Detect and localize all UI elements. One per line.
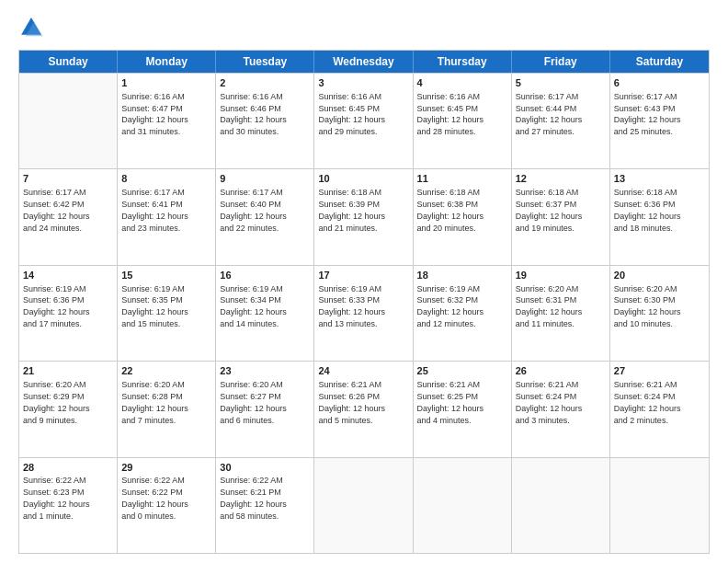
day-number: 9 — [220, 172, 310, 186]
cell-info: Sunrise: 6:19 AMSunset: 6:35 PMDaylight:… — [121, 284, 188, 328]
cal-cell: 19Sunrise: 6:20 AMSunset: 6:31 PMDayligh… — [512, 266, 610, 361]
cell-info: Sunrise: 6:17 AMSunset: 6:44 PMDaylight:… — [516, 92, 583, 136]
cell-info: Sunrise: 6:16 AMSunset: 6:45 PMDaylight:… — [417, 92, 484, 136]
day-number: 19 — [516, 269, 606, 282]
week-row-2: 7Sunrise: 6:17 AMSunset: 6:42 PMDaylight… — [19, 168, 709, 264]
cal-cell: 2Sunrise: 6:16 AMSunset: 6:46 PMDaylight… — [216, 74, 314, 168]
cell-info: Sunrise: 6:20 AMSunset: 6:31 PMDaylight:… — [516, 284, 583, 328]
cal-cell: 12Sunrise: 6:18 AMSunset: 6:37 PMDayligh… — [512, 169, 610, 264]
week-row-3: 14Sunrise: 6:19 AMSunset: 6:36 PMDayligh… — [19, 265, 709, 361]
day-number: 5 — [516, 76, 606, 90]
cell-info: Sunrise: 6:16 AMSunset: 6:47 PMDaylight:… — [121, 92, 188, 136]
week-row-4: 21Sunrise: 6:20 AMSunset: 6:29 PMDayligh… — [19, 361, 709, 456]
cal-cell: 8Sunrise: 6:17 AMSunset: 6:41 PMDaylight… — [118, 169, 216, 264]
cal-cell: 6Sunrise: 6:17 AMSunset: 6:43 PMDaylight… — [610, 74, 709, 168]
cal-cell — [610, 458, 709, 553]
cal-cell: 21Sunrise: 6:20 AMSunset: 6:29 PMDayligh… — [19, 362, 118, 456]
cal-cell — [512, 458, 610, 553]
cell-info: Sunrise: 6:20 AMSunset: 6:30 PMDaylight:… — [614, 284, 681, 328]
day-number: 24 — [318, 364, 408, 378]
cell-info: Sunrise: 6:18 AMSunset: 6:38 PMDaylight:… — [417, 188, 484, 232]
cell-info: Sunrise: 6:20 AMSunset: 6:29 PMDaylight:… — [23, 380, 90, 424]
day-header-monday: Monday — [118, 51, 216, 73]
day-header-tuesday: Tuesday — [216, 51, 314, 73]
calendar-header: SundayMondayTuesdayWednesdayThursdayFrid… — [19, 51, 709, 73]
day-header-thursday: Thursday — [414, 51, 512, 73]
cell-info: Sunrise: 6:21 AMSunset: 6:26 PMDaylight:… — [318, 380, 385, 424]
cal-cell: 3Sunrise: 6:16 AMSunset: 6:45 PMDaylight… — [314, 74, 413, 168]
day-number: 18 — [417, 269, 507, 282]
day-number: 16 — [220, 269, 310, 282]
day-number: 25 — [417, 364, 507, 378]
calendar-body: 1Sunrise: 6:16 AMSunset: 6:47 PMDaylight… — [19, 73, 709, 553]
cal-cell: 22Sunrise: 6:20 AMSunset: 6:28 PMDayligh… — [118, 362, 216, 456]
week-row-5: 28Sunrise: 6:22 AMSunset: 6:23 PMDayligh… — [19, 457, 709, 553]
cal-cell: 11Sunrise: 6:18 AMSunset: 6:38 PMDayligh… — [414, 169, 512, 264]
day-number: 23 — [220, 364, 310, 378]
logo — [18, 15, 48, 40]
day-header-friday: Friday — [512, 51, 610, 73]
cal-cell: 16Sunrise: 6:19 AMSunset: 6:34 PMDayligh… — [216, 266, 314, 361]
cell-info: Sunrise: 6:21 AMSunset: 6:24 PMDaylight:… — [614, 380, 681, 424]
cal-cell: 15Sunrise: 6:19 AMSunset: 6:35 PMDayligh… — [118, 266, 216, 361]
cell-info: Sunrise: 6:20 AMSunset: 6:28 PMDaylight:… — [121, 380, 188, 424]
cal-cell: 17Sunrise: 6:19 AMSunset: 6:33 PMDayligh… — [314, 266, 413, 361]
cell-info: Sunrise: 6:20 AMSunset: 6:27 PMDaylight:… — [220, 380, 287, 424]
cell-info: Sunrise: 6:17 AMSunset: 6:43 PMDaylight:… — [614, 92, 681, 136]
cal-cell: 20Sunrise: 6:20 AMSunset: 6:30 PMDayligh… — [610, 266, 709, 361]
day-number: 22 — [121, 364, 211, 378]
cal-cell: 9Sunrise: 6:17 AMSunset: 6:40 PMDaylight… — [216, 169, 314, 264]
cell-info: Sunrise: 6:21 AMSunset: 6:25 PMDaylight:… — [417, 380, 484, 424]
day-number: 10 — [318, 172, 408, 186]
cal-cell: 30Sunrise: 6:22 AMSunset: 6:21 PMDayligh… — [216, 458, 314, 553]
cal-cell: 13Sunrise: 6:18 AMSunset: 6:36 PMDayligh… — [610, 169, 709, 264]
cell-info: Sunrise: 6:17 AMSunset: 6:40 PMDaylight:… — [220, 188, 287, 232]
day-number: 4 — [417, 76, 507, 90]
cell-info: Sunrise: 6:18 AMSunset: 6:39 PMDaylight:… — [318, 188, 385, 232]
cal-cell — [19, 74, 118, 168]
day-number: 14 — [23, 269, 113, 282]
cal-cell: 28Sunrise: 6:22 AMSunset: 6:23 PMDayligh… — [19, 458, 118, 553]
cell-info: Sunrise: 6:17 AMSunset: 6:41 PMDaylight:… — [121, 188, 188, 232]
cal-cell: 18Sunrise: 6:19 AMSunset: 6:32 PMDayligh… — [414, 266, 512, 361]
cal-cell: 23Sunrise: 6:20 AMSunset: 6:27 PMDayligh… — [216, 362, 314, 456]
day-number: 30 — [220, 461, 310, 475]
day-number: 21 — [23, 364, 113, 378]
day-number: 28 — [23, 461, 113, 475]
day-number: 13 — [614, 172, 705, 186]
cal-cell: 7Sunrise: 6:17 AMSunset: 6:42 PMDaylight… — [19, 169, 118, 264]
cell-info: Sunrise: 6:22 AMSunset: 6:22 PMDaylight:… — [121, 476, 188, 520]
day-header-sunday: Sunday — [19, 51, 118, 73]
day-header-wednesday: Wednesday — [314, 51, 413, 73]
cell-info: Sunrise: 6:16 AMSunset: 6:46 PMDaylight:… — [220, 92, 287, 136]
cal-cell: 27Sunrise: 6:21 AMSunset: 6:24 PMDayligh… — [610, 362, 709, 456]
day-number: 27 — [614, 364, 705, 378]
week-row-1: 1Sunrise: 6:16 AMSunset: 6:47 PMDaylight… — [19, 73, 709, 168]
cal-cell: 24Sunrise: 6:21 AMSunset: 6:26 PMDayligh… — [314, 362, 413, 456]
cell-info: Sunrise: 6:17 AMSunset: 6:42 PMDaylight:… — [23, 188, 90, 232]
cal-cell: 25Sunrise: 6:21 AMSunset: 6:25 PMDayligh… — [414, 362, 512, 456]
cell-info: Sunrise: 6:22 AMSunset: 6:23 PMDaylight:… — [23, 476, 90, 520]
page: SundayMondayTuesdayWednesdayThursdayFrid… — [0, 0, 728, 563]
cal-cell: 1Sunrise: 6:16 AMSunset: 6:47 PMDaylight… — [118, 74, 216, 168]
cal-cell: 14Sunrise: 6:19 AMSunset: 6:36 PMDayligh… — [19, 266, 118, 361]
cell-info: Sunrise: 6:18 AMSunset: 6:37 PMDaylight:… — [516, 188, 583, 232]
day-number: 1 — [121, 76, 211, 90]
day-number: 8 — [121, 172, 211, 186]
cal-cell: 29Sunrise: 6:22 AMSunset: 6:22 PMDayligh… — [118, 458, 216, 553]
cal-cell: 10Sunrise: 6:18 AMSunset: 6:39 PMDayligh… — [314, 169, 413, 264]
day-number: 29 — [121, 461, 211, 475]
day-number: 2 — [220, 76, 310, 90]
cell-info: Sunrise: 6:19 AMSunset: 6:36 PMDaylight:… — [23, 284, 90, 328]
day-header-saturday: Saturday — [610, 51, 709, 73]
day-number: 11 — [417, 172, 507, 186]
day-number: 7 — [23, 172, 113, 186]
cal-cell: 4Sunrise: 6:16 AMSunset: 6:45 PMDaylight… — [414, 74, 512, 168]
day-number: 12 — [516, 172, 606, 186]
day-number: 26 — [516, 364, 606, 378]
cal-cell: 26Sunrise: 6:21 AMSunset: 6:24 PMDayligh… — [512, 362, 610, 456]
cell-info: Sunrise: 6:19 AMSunset: 6:33 PMDaylight:… — [318, 284, 385, 328]
cell-info: Sunrise: 6:21 AMSunset: 6:24 PMDaylight:… — [516, 380, 583, 424]
cell-info: Sunrise: 6:19 AMSunset: 6:34 PMDaylight:… — [220, 284, 287, 328]
day-number: 17 — [318, 269, 408, 282]
